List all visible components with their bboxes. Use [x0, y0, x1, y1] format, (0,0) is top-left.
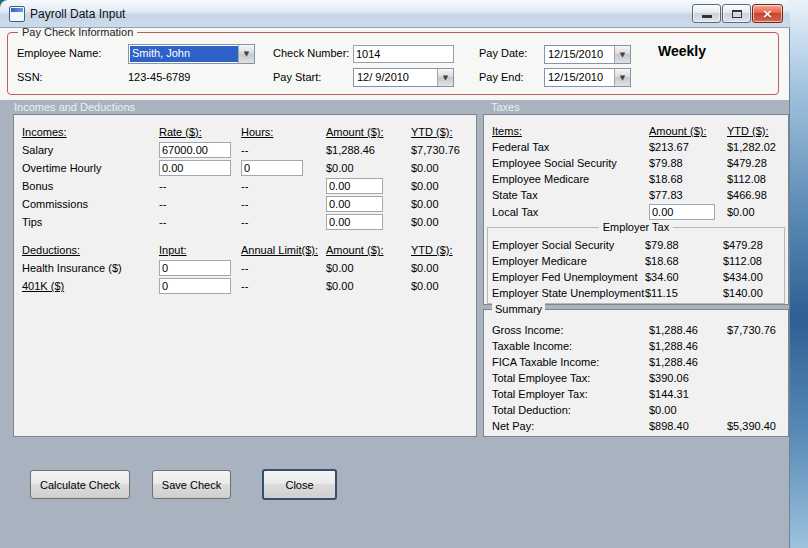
pay-start-datepicker[interactable]: 12/ 9/2010 ▼ — [353, 68, 454, 87]
tax-amount: $77.83 — [649, 189, 683, 201]
deduction-amount: $0.00 — [326, 262, 354, 274]
close-form-button[interactable]: Close — [262, 469, 337, 500]
tax-label: Employee Social Security — [492, 157, 617, 169]
employee-name-label: Employee Name: — [17, 47, 101, 59]
tax-ytd: $479.28 — [727, 157, 767, 169]
save-check-button[interactable]: Save Check — [152, 470, 231, 499]
deduction-limit: -- — [241, 280, 248, 292]
overtime-hours-input[interactable] — [241, 160, 303, 176]
table-row: FICA Taxable Income: $1,288.46 — [484, 354, 788, 370]
titlebar[interactable]: Payroll Data Input × — [0, 0, 790, 28]
tax-ytd: $0.00 — [727, 206, 755, 218]
summary-ytd: $5,390.40 — [727, 420, 776, 432]
dropdown-arrow-icon: ▼ — [244, 50, 249, 58]
tax-ytd: $140.00 — [723, 287, 763, 299]
col-header: Incomes: — [22, 126, 67, 138]
tips-amount-input[interactable] — [326, 214, 383, 230]
summary-amount: $898.40 — [649, 420, 689, 432]
incomes-section-label: Incomes and Deductions — [14, 101, 135, 113]
summary-amount: $1,288.46 — [649, 340, 698, 352]
summary-amount: $1,288.46 — [649, 324, 698, 336]
taxes-header-row: Items: Amount ($): YTD ($): — [484, 123, 788, 139]
ssn-label: SSN: — [17, 71, 43, 83]
table-row: Total Employee Tax: $390.06 — [484, 370, 788, 386]
caption-buttons: × — [692, 4, 783, 23]
taxes-panel: Items: Amount ($): YTD ($): Federal Tax … — [483, 114, 789, 305]
401k-input[interactable] — [159, 278, 231, 294]
income-hours: -- — [241, 144, 248, 156]
incomes-header-row: Incomes: Rate ($): Hours: Amount ($): YT… — [14, 123, 476, 141]
salary-rate-input[interactable] — [159, 142, 231, 158]
deductions-header-row: Deductions: Input: Annual Limit($): Amou… — [14, 241, 476, 259]
pay-date-label: Pay Date: — [479, 47, 527, 59]
summary-label: Taxable Income: — [492, 340, 572, 352]
tax-ytd: $466.98 — [727, 189, 767, 201]
summary-amount: $0.00 — [649, 404, 677, 416]
local-tax-input[interactable] — [649, 204, 715, 220]
income-ytd: $0.00 — [411, 198, 439, 210]
ssn-value: 123-45-6789 — [128, 71, 190, 83]
col-header: YTD ($): — [727, 125, 769, 137]
income-ytd: $0.00 — [411, 162, 439, 174]
table-row: Employer Social Security $79.88 $479.28 — [488, 237, 784, 253]
check-number-input[interactable] — [353, 45, 454, 63]
form-client-area: Pay Check Information Employee Name: Smi… — [0, 28, 790, 548]
maximize-button[interactable] — [722, 4, 751, 23]
pay-end-datepicker[interactable]: 12/15/2010 ▼ — [544, 68, 631, 87]
col-header: Annual Limit($): — [241, 244, 318, 256]
app-icon — [9, 6, 25, 22]
close-button[interactable]: × — [752, 4, 783, 23]
tax-ytd: $112.08 — [727, 173, 766, 185]
payroll-window: Payroll Data Input × Pay Check Informati… — [0, 0, 790, 548]
dropdown-arrow-icon: ▼ — [620, 74, 625, 82]
summary-label: Net Pay: — [492, 420, 534, 432]
employee-name-dropdown-button[interactable]: ▼ — [238, 45, 254, 63]
employee-name-combobox[interactable]: Smith, John ▼ — [128, 44, 255, 64]
col-header: Hours: — [241, 126, 273, 138]
pay-start-dropdown-button[interactable]: ▼ — [437, 69, 453, 86]
paycheck-info-title: Pay Check Information — [18, 28, 137, 38]
summary-label: Total Deduction: — [492, 404, 571, 416]
paycheck-info-groupbox: Pay Check Information Employee Name: Smi… — [7, 32, 779, 95]
commissions-amount-input[interactable] — [326, 196, 383, 212]
income-ytd: $0.00 — [411, 180, 439, 192]
col-header: Amount ($): — [326, 244, 383, 256]
deduction-limit: -- — [241, 262, 248, 274]
tax-amount: $79.88 — [645, 239, 679, 251]
table-row: Bonus -- -- $0.00 — [14, 177, 476, 195]
table-row: Employer Medicare $18.68 $112.08 — [488, 253, 784, 269]
table-row: Total Employer Tax: $144.31 — [484, 386, 788, 402]
tax-amount: $79.88 — [649, 157, 683, 169]
pay-date-dropdown-button[interactable]: ▼ — [614, 46, 630, 63]
table-row: Salary -- $1,288.46 $7,730.76 — [14, 141, 476, 159]
close-icon: × — [762, 6, 773, 22]
employer-tax-title: Employer Tax — [599, 221, 673, 233]
tax-amount: $18.68 — [649, 173, 683, 185]
tax-ytd: $479.28 — [723, 239, 763, 251]
income-label: Tips — [22, 216, 42, 228]
table-row: Employee Social Security $79.88 $479.28 — [484, 155, 788, 171]
summary-ytd: $7,730.76 — [727, 324, 776, 336]
tax-amount: $34.60 — [645, 271, 679, 283]
income-amount: $1,288.46 — [326, 144, 375, 156]
pay-end-dropdown-button[interactable]: ▼ — [614, 69, 630, 86]
pay-start-label: Pay Start: — [273, 71, 321, 83]
pay-date-value: 12/15/2010 — [545, 46, 614, 63]
col-header: Items: — [492, 125, 522, 137]
summary-amount: $144.31 — [649, 388, 689, 400]
bonus-amount-input[interactable] — [326, 178, 383, 194]
income-label: Overtime Hourly — [22, 162, 101, 174]
health-insurance-input[interactable] — [159, 260, 231, 276]
tax-ytd: $1,282.02 — [727, 141, 776, 153]
summary-amount: $390.06 — [649, 372, 689, 384]
overtime-rate-input[interactable] — [159, 160, 231, 176]
income-label: Commissions — [22, 198, 88, 210]
pay-date-datepicker[interactable]: 12/15/2010 ▼ — [544, 45, 631, 64]
employer-tax-groupbox: Employer Tax Employer Social Security $7… — [487, 227, 785, 304]
minimize-button[interactable] — [692, 4, 721, 23]
table-row: Tips -- -- $0.00 — [14, 213, 476, 231]
tax-label: Employer State Unemployment — [492, 287, 644, 299]
tax-ytd: $112.08 — [723, 255, 762, 267]
calculate-check-button[interactable]: Calculate Check — [30, 470, 130, 499]
tax-label: Employee Medicare — [492, 173, 589, 185]
